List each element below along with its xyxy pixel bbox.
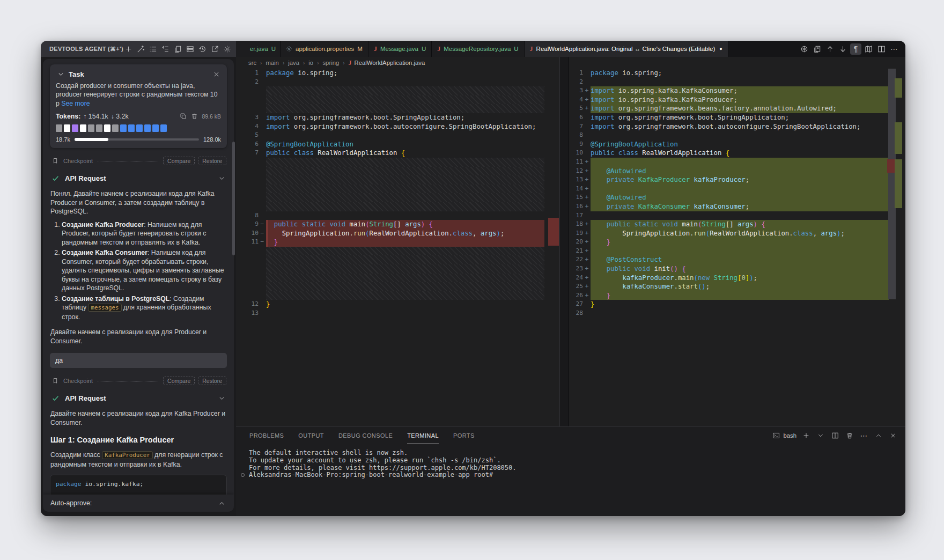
api-request-row[interactable]: API Request — [50, 173, 226, 183]
panel-tab-problems[interactable]: PROBLEMS — [249, 427, 284, 444]
context-slider[interactable] — [75, 138, 199, 141]
sidebar-toolbar — [123, 44, 232, 54]
diff-sign — [583, 131, 591, 140]
tab-Message.java[interactable]: JMessage.javaU — [368, 41, 432, 57]
breadcrumb-item[interactable]: io — [308, 60, 313, 66]
panel-tab-ports[interactable]: PORTS — [453, 427, 475, 444]
line-number: 7 — [569, 122, 583, 131]
panel-tab-output[interactable]: OUTPUT — [298, 427, 324, 444]
split-editor-icon[interactable] — [876, 43, 887, 55]
line-number — [236, 104, 259, 113]
breadcrumb-item[interactable]: java — [288, 60, 299, 66]
compare-button[interactable]: Compare — [163, 377, 195, 385]
trash-icon[interactable] — [190, 112, 198, 120]
compare-button[interactable]: Compare — [163, 157, 195, 165]
pane-sash[interactable] — [569, 57, 569, 426]
panel-tab-terminal[interactable]: TERMINAL — [407, 427, 439, 444]
next-change-icon[interactable] — [837, 43, 849, 55]
tab-MessageRepository.java[interactable]: JMessageRepository.javaU — [432, 41, 524, 57]
profile-dropdown-icon[interactable] — [816, 431, 825, 440]
diff-sign: + — [583, 229, 591, 238]
code-line: package io.spring.kafka; — [56, 480, 221, 488]
context-block — [56, 124, 62, 132]
diff-filler-row — [236, 247, 569, 256]
breadcrumb[interactable]: src›main›java›io›spring›JRealWorldApplic… — [236, 57, 905, 69]
assistant-message: Давайте начнем с реализации кода для Kaf… — [50, 409, 226, 427]
open-external-icon[interactable] — [210, 44, 219, 54]
maximize-panel-icon[interactable] — [874, 431, 883, 440]
chevron-down-icon[interactable] — [56, 69, 65, 79]
wand-icon[interactable] — [136, 44, 145, 54]
open-changes-icon[interactable] — [812, 43, 823, 55]
tab-er.java[interactable]: er.javaU — [236, 41, 281, 57]
restore-button[interactable]: Restore — [198, 157, 226, 165]
sidebar-scrollbar[interactable] — [232, 142, 235, 255]
more-icon[interactable]: ⋯ — [859, 431, 869, 440]
code-content — [591, 309, 889, 318]
panel-tab-debug-console[interactable]: DEBUG CONSOLE — [338, 427, 393, 444]
breadcrumb-file[interactable]: JRealWorldApplication.java — [349, 59, 425, 67]
diff-sign — [259, 247, 266, 256]
previous-change-icon[interactable] — [824, 43, 836, 55]
line-number: 26 — [569, 291, 583, 300]
terminal-output[interactable]: The default interactive shell is now zsh… — [236, 450, 905, 516]
inline-code: messages — [88, 304, 121, 312]
whitespace-toggle-icon[interactable]: ¶ — [850, 43, 861, 55]
assistant-list: Создание Kafka Producer: Напишем код для… — [50, 220, 226, 322]
code-row: 1package io.spring; — [569, 69, 905, 78]
chat-panel: Task Создай producer и consumer объекты … — [43, 59, 234, 512]
user-reply[interactable]: да — [50, 353, 227, 368]
kill-terminal-icon[interactable] — [845, 431, 854, 440]
diff-modified-pane[interactable]: 1package io.spring;23+import io.spring.k… — [569, 69, 905, 318]
command-decoration-icon[interactable] — [241, 473, 245, 477]
breadcrumb-item[interactable]: main — [266, 60, 279, 66]
settings-gear-icon[interactable] — [222, 44, 232, 54]
context-block — [120, 124, 127, 132]
code-content: public static void main(String[] args) { — [591, 220, 889, 229]
tab-application.properties[interactable]: application.propertiesM — [281, 41, 368, 57]
auto-approve-bar[interactable]: Auto-approve: — [43, 495, 234, 512]
breadcrumb-item[interactable]: src — [248, 60, 256, 66]
line-number: 15 — [569, 193, 583, 202]
minimap-icon[interactable] — [863, 43, 874, 55]
line-number: 9 — [236, 220, 259, 229]
new-task-icon[interactable] — [123, 44, 133, 54]
diff-original-pane[interactable]: 1package io.spring;23import org.springfr… — [236, 69, 569, 318]
code-row: 12} — [236, 300, 569, 309]
chevron-right-icon: › — [317, 60, 319, 66]
copy-page-icon[interactable] — [173, 44, 182, 54]
chevron-down-icon[interactable] — [217, 393, 226, 403]
chevron-down-icon[interactable] — [217, 173, 226, 183]
tab-RealWorldApplication.java[interactable]: JRealWorldApplication.java: Original ↔ C… — [525, 41, 728, 57]
split-terminal-icon[interactable] — [830, 431, 840, 440]
line-number: 1 — [569, 69, 583, 78]
new-terminal-icon[interactable] — [801, 431, 811, 440]
breadcrumb-item[interactable]: spring — [322, 60, 339, 66]
overview-added-mark — [895, 78, 902, 98]
code-content — [266, 247, 544, 256]
code-content — [591, 131, 889, 140]
diff-sign: − — [259, 220, 266, 229]
diff-editor[interactable]: src›main›java›io›spring›JRealWorldApplic… — [236, 57, 905, 426]
history-icon[interactable] — [197, 44, 207, 54]
code-content: import org.springframework.boot.SpringAp… — [266, 113, 544, 122]
more-actions-icon[interactable]: ⋯ — [889, 43, 900, 55]
overview-ruler[interactable] — [887, 69, 905, 426]
copy-icon[interactable] — [179, 112, 187, 120]
list-icon[interactable] — [148, 44, 158, 54]
chevron-up-icon[interactable] — [217, 498, 226, 508]
terminal-instance[interactable]: bash — [771, 431, 797, 440]
mcp-server-icon[interactable] — [185, 44, 195, 54]
close-panel-icon[interactable] — [888, 431, 898, 440]
code-row: 13 — [236, 309, 569, 318]
code-content: } — [266, 238, 544, 247]
api-request-row[interactable]: API Request — [50, 393, 226, 403]
close-task-icon[interactable] — [211, 69, 221, 79]
line-number: 6 — [569, 113, 583, 122]
context-block — [104, 124, 110, 132]
see-more-link[interactable]: See more — [61, 100, 90, 107]
restore-button[interactable]: Restore — [198, 377, 226, 385]
outline-icon[interactable] — [160, 44, 170, 54]
line-number: 11 — [569, 158, 583, 167]
ai-assistant-icon[interactable] — [799, 43, 810, 55]
